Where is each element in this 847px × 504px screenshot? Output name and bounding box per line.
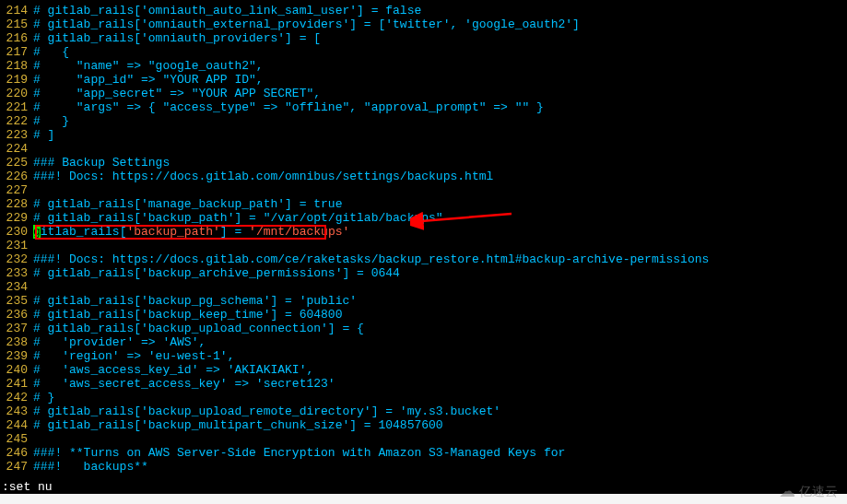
code-line[interactable]: 237# gitlab_rails['backup_upload_connect…: [0, 322, 847, 335]
code-content[interactable]: # }: [33, 391, 847, 404]
code-content[interactable]: # {: [33, 45, 847, 59]
code-line[interactable]: 214# gitlab_rails['omniauth_auto_link_sa…: [0, 4, 847, 18]
code-line[interactable]: 216# gitlab_rails['omniauth_providers'] …: [0, 31, 847, 45]
line-number: 223: [0, 128, 33, 142]
line-number: 233: [0, 266, 33, 280]
code-content[interactable]: [33, 142, 847, 156]
line-number: 215: [0, 18, 33, 31]
line-number: 221: [0, 100, 33, 114]
line-number: 232: [0, 252, 33, 266]
line-number: 231: [0, 239, 33, 252]
line-number: 236: [0, 308, 33, 322]
code-content[interactable]: # "args" => { "access_type" => "offline"…: [33, 100, 847, 114]
line-number: 214: [0, 4, 33, 18]
code-line[interactable]: 231: [0, 239, 847, 252]
line-number: 218: [0, 59, 33, 73]
code-line[interactable]: 241# 'aws_secret_access_key' => 'secret1…: [0, 377, 847, 391]
code-line[interactable]: 221# "args" => { "access_type" => "offli…: [0, 100, 847, 114]
code-content[interactable]: ### Backup Settings: [33, 156, 847, 170]
code-content[interactable]: # gitlab_rails['backup_path'] = "/var/op…: [33, 211, 847, 225]
line-number: 237: [0, 322, 33, 335]
line-number: 235: [0, 294, 33, 308]
code-content[interactable]: ###! **Turns on AWS Server-Side Encrypti…: [33, 446, 847, 460]
code-content[interactable]: # 'aws_access_key_id' => 'AKIAKIAKI',: [33, 363, 847, 377]
code-content[interactable]: # ]: [33, 128, 847, 142]
code-line[interactable]: 228# gitlab_rails['manage_backup_path'] …: [0, 197, 847, 211]
code-editor[interactable]: 214# gitlab_rails['omniauth_auto_link_sa…: [0, 0, 847, 474]
code-line[interactable]: 244# gitlab_rails['backup_multipart_chun…: [0, 418, 847, 432]
status-line: :set nu: [0, 480, 53, 494]
code-line[interactable]: 222# }: [0, 114, 847, 128]
code-content[interactable]: # "app_secret" => "YOUR APP SECRET",: [33, 87, 847, 100]
line-number: 241: [0, 377, 33, 391]
code-line[interactable]: 243# gitlab_rails['backup_upload_remote_…: [0, 404, 847, 418]
line-number: 219: [0, 73, 33, 87]
code-line[interactable]: 245: [0, 432, 847, 446]
code-content[interactable]: # gitlab_rails['omniauth_auto_link_saml_…: [33, 4, 847, 18]
code-line[interactable]: 223# ]: [0, 128, 847, 142]
code-content[interactable]: ###! backups**: [33, 460, 847, 474]
code-content[interactable]: # gitlab_rails['backup_upload_connection…: [33, 322, 847, 335]
code-line[interactable]: 240# 'aws_access_key_id' => 'AKIAKIAKI',: [0, 363, 847, 377]
code-line[interactable]: 217# {: [0, 45, 847, 59]
line-number: 234: [0, 280, 33, 294]
line-number: 228: [0, 197, 33, 211]
code-line[interactable]: 236# gitlab_rails['backup_keep_time'] = …: [0, 308, 847, 322]
code-content[interactable]: ###! Docs: https://docs.gitlab.com/omnib…: [33, 170, 847, 183]
code-content[interactable]: # gitlab_rails['backup_keep_time'] = 604…: [33, 308, 847, 322]
code-line[interactable]: 220# "app_secret" => "YOUR APP SECRET",: [0, 87, 847, 100]
code-line[interactable]: 239# 'region' => 'eu-west-1',: [0, 349, 847, 363]
code-line[interactable]: 247###! backups**: [0, 460, 847, 474]
code-content[interactable]: # gitlab_rails['backup_multipart_chunk_s…: [33, 418, 847, 432]
code-line[interactable]: 246###! **Turns on AWS Server-Side Encry…: [0, 446, 847, 460]
line-number: 238: [0, 335, 33, 349]
code-line[interactable]: 232###! Docs: https://docs.gitlab.com/ce…: [0, 252, 847, 266]
line-number: 224: [0, 142, 33, 156]
code-line[interactable]: 238# 'provider' => 'AWS',: [0, 335, 847, 349]
code-line[interactable]: 215# gitlab_rails['omniauth_external_pro…: [0, 18, 847, 31]
code-content[interactable]: # "app_id" => "YOUR APP ID",: [33, 73, 847, 87]
code-content[interactable]: # "name" => "google_oauth2",: [33, 59, 847, 73]
code-content[interactable]: [33, 239, 847, 252]
code-content[interactable]: gitlab_rails['backup_path'] = '/mnt/back…: [33, 225, 847, 239]
code-line[interactable]: 226###! Docs: https://docs.gitlab.com/om…: [0, 170, 847, 183]
line-number: 225: [0, 156, 33, 170]
code-content[interactable]: # gitlab_rails['omniauth_providers'] = [: [33, 31, 847, 45]
line-number: 239: [0, 349, 33, 363]
line-number: 240: [0, 363, 33, 377]
code-content[interactable]: # gitlab_rails['backup_upload_remote_dir…: [33, 404, 847, 418]
line-number: 244: [0, 418, 33, 432]
cloud-icon: ☁: [779, 485, 795, 498]
code-content[interactable]: # gitlab_rails['omniauth_external_provid…: [33, 18, 847, 31]
code-line[interactable]: 242# }: [0, 391, 847, 404]
code-content[interactable]: # 'aws_secret_access_key' => 'secret123': [33, 377, 847, 391]
code-line[interactable]: 233# gitlab_rails['backup_archive_permis…: [0, 266, 847, 280]
code-line[interactable]: 227: [0, 183, 847, 197]
code-line[interactable]: 225### Backup Settings: [0, 156, 847, 170]
line-number: 226: [0, 170, 33, 183]
code-line[interactable]: 235# gitlab_rails['backup_pg_schema'] = …: [0, 294, 847, 308]
code-content[interactable]: # gitlab_rails['backup_archive_permissio…: [33, 266, 847, 280]
watermark-text: 亿速云: [799, 485, 838, 498]
code-content[interactable]: # }: [33, 114, 847, 128]
line-number: 216: [0, 31, 33, 45]
code-line[interactable]: 229# gitlab_rails['backup_path'] = "/var…: [0, 211, 847, 225]
line-number: 242: [0, 391, 33, 404]
code-content[interactable]: # gitlab_rails['manage_backup_path'] = t…: [33, 197, 847, 211]
code-content[interactable]: [33, 183, 847, 197]
code-content[interactable]: # 'provider' => 'AWS',: [33, 335, 847, 349]
code-line[interactable]: 219# "app_id" => "YOUR APP ID",: [0, 73, 847, 87]
line-number: 229: [0, 211, 33, 225]
code-line[interactable]: 218# "name" => "google_oauth2",: [0, 59, 847, 73]
code-line[interactable]: 230gitlab_rails['backup_path'] = '/mnt/b…: [0, 225, 847, 239]
code-content[interactable]: [33, 280, 847, 294]
code-content[interactable]: # 'region' => 'eu-west-1',: [33, 349, 847, 363]
line-number: 246: [0, 446, 33, 460]
bottom-bar: [0, 494, 847, 504]
line-number: 247: [0, 460, 33, 474]
code-line[interactable]: 234: [0, 280, 847, 294]
code-line[interactable]: 224: [0, 142, 847, 156]
code-content[interactable]: # gitlab_rails['backup_pg_schema'] = 'pu…: [33, 294, 847, 308]
code-content[interactable]: ###! Docs: https://docs.gitlab.com/ce/ra…: [33, 252, 847, 266]
code-content[interactable]: [33, 432, 847, 446]
